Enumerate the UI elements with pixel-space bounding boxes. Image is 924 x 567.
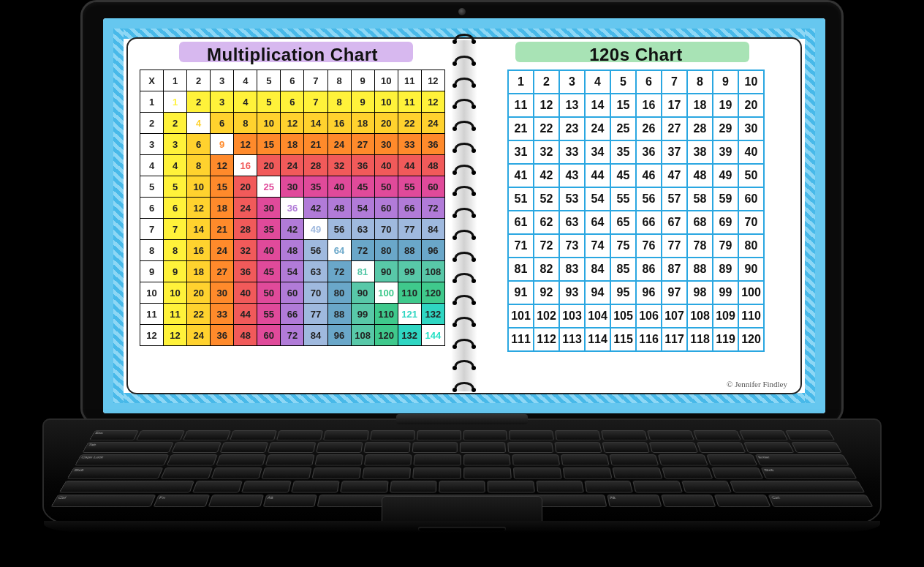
mult-cell: 132 <box>421 304 444 325</box>
mult-cell: 110 <box>398 282 421 304</box>
hundreds-cell: 45 <box>610 164 636 187</box>
mult-cell: 32 <box>327 155 351 176</box>
mult-cell: 72 <box>421 198 444 219</box>
mult-cell: 36 <box>211 325 234 346</box>
hundreds-cell: 57 <box>662 187 687 211</box>
mult-cell: 108 <box>351 325 374 346</box>
hundreds-cell: 15 <box>610 94 636 117</box>
hundreds-cell: 65 <box>610 211 636 234</box>
hundreds-cell: 23 <box>559 117 585 140</box>
mult-col-header: 4 <box>234 70 257 91</box>
keyboard-key <box>412 442 458 453</box>
right-page: 120s Chart 12345678910111213141516171819… <box>464 39 800 393</box>
keyboard-key <box>584 481 633 492</box>
laptop-front-lip <box>44 521 880 533</box>
mult-cell: 18 <box>351 113 374 134</box>
hundreds-cell: 34 <box>585 140 610 164</box>
hundreds-cell: 26 <box>636 117 662 140</box>
mult-cell: 45 <box>257 261 281 282</box>
mult-cell: 36 <box>281 198 304 219</box>
hundreds-cell: 62 <box>534 211 559 234</box>
hundreds-cell: 91 <box>508 281 534 304</box>
hundreds-cell: 109 <box>713 304 738 328</box>
mult-cell: 96 <box>421 240 444 261</box>
mult-col-header: 10 <box>374 70 398 91</box>
mult-row-header: 12 <box>140 325 164 346</box>
mult-cell: 35 <box>257 219 281 240</box>
mult-cell: 32 <box>234 240 257 261</box>
hundreds-cell: 102 <box>534 304 559 328</box>
mult-cell: 20 <box>374 113 398 134</box>
page-gutter-shadow <box>464 40 477 391</box>
keyboard-key <box>136 430 185 440</box>
hundreds-cell: 59 <box>713 187 738 211</box>
keyboard-key <box>562 468 612 479</box>
mult-cell: 54 <box>351 198 374 219</box>
mult-cell: 4 <box>187 113 211 134</box>
hundreds-cell: 120 <box>738 328 764 351</box>
mult-cell: 11 <box>164 304 187 325</box>
mult-cell: 50 <box>257 282 281 304</box>
hundreds-cell: 47 <box>662 164 687 187</box>
hundreds-cell: 43 <box>559 164 585 187</box>
keyboard-key <box>463 454 510 465</box>
keyboard-key: Ctrl <box>768 495 874 507</box>
mult-cell: 108 <box>421 261 444 282</box>
hundreds-cell: 49 <box>713 164 738 187</box>
laptop-screen-bezel: Multiplication Chart X123456789101112112… <box>80 0 844 424</box>
keyboard-key <box>315 454 364 465</box>
mult-cell: 7 <box>164 219 187 240</box>
mult-cell: 54 <box>281 261 304 282</box>
hundreds-cell: 32 <box>534 140 559 164</box>
mult-row-header: 1 <box>140 91 164 113</box>
keyboard-key <box>268 442 316 453</box>
hundreds-cell: 40 <box>738 140 764 164</box>
mult-cell: 11 <box>398 91 421 113</box>
hundreds-cell: 33 <box>559 140 585 164</box>
mult-col-header: 9 <box>351 70 374 91</box>
hundreds-cell: 115 <box>610 328 636 351</box>
mult-cell: 120 <box>374 325 398 346</box>
hundreds-cell: 5 <box>610 70 636 94</box>
keyboard-key <box>561 454 610 465</box>
keyboard-key <box>714 495 771 507</box>
hundreds-cell: 35 <box>610 140 636 164</box>
hundreds-cell: 55 <box>610 187 636 211</box>
keyboard-key <box>439 481 485 492</box>
mult-cell: 18 <box>211 198 234 219</box>
hundreds-cell: 81 <box>508 258 534 281</box>
keyboard-key <box>488 481 535 492</box>
mult-cell: 12 <box>211 155 234 176</box>
keyboard-key <box>662 468 713 479</box>
hundreds-cell: 8 <box>687 70 713 94</box>
mult-cell: 121 <box>398 304 421 325</box>
hundreds-cell: 61 <box>508 211 534 234</box>
mult-cell: 24 <box>281 155 304 176</box>
hundreds-cell: 71 <box>508 234 534 258</box>
mult-row-header: 2 <box>140 113 164 134</box>
keyboard-key <box>183 430 231 440</box>
hundreds-cell: 68 <box>687 211 713 234</box>
mult-cell: 66 <box>398 198 421 219</box>
mult-cell: 84 <box>304 325 327 346</box>
keyboard-key: Caps Lock <box>75 454 169 465</box>
hundreds-cell: 63 <box>559 211 585 234</box>
hundreds-cell: 56 <box>636 187 662 211</box>
mult-col-header: 11 <box>398 70 421 91</box>
hundreds-cell: 60 <box>738 187 764 211</box>
mult-cell: 22 <box>187 304 211 325</box>
hundreds-cell: 11 <box>508 94 534 117</box>
hundreds-cell: 19 <box>713 94 738 117</box>
keyboard-key <box>463 468 512 479</box>
mult-cell: 77 <box>304 304 327 325</box>
mult-cell: 77 <box>398 219 421 240</box>
hundreds-cell: 12 <box>534 94 559 117</box>
laptop-screen: Multiplication Chart X123456789101112112… <box>103 18 825 413</box>
hundreds-cell: 66 <box>636 211 662 234</box>
mult-cell: 6 <box>187 134 211 155</box>
mult-cell: 20 <box>187 282 211 304</box>
hundreds-chart-table: 1234567891011121314151617181920212223242… <box>507 70 765 352</box>
hundreds-cell: 28 <box>687 117 713 140</box>
mult-cell: 66 <box>281 304 304 325</box>
hundreds-cell: 100 <box>738 281 764 304</box>
